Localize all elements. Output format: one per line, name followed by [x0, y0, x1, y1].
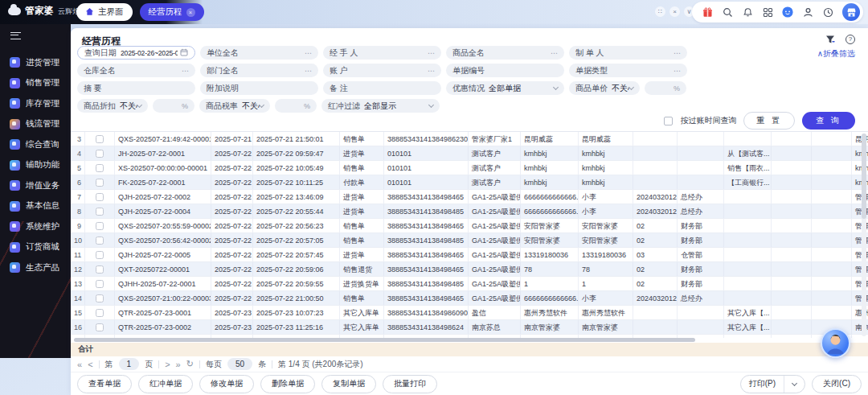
- filter-value-input[interactable]: %: [645, 81, 686, 95]
- row-checkbox[interactable]: [96, 237, 104, 245]
- sidebar-item-系统维护[interactable]: 系统维护: [0, 216, 71, 237]
- sidebar-item-label: 销售管理: [26, 77, 59, 88]
- reset-button[interactable]: 重 置: [743, 112, 795, 130]
- filter-商品折扣[interactable]: 商品折扣不关心: [77, 99, 148, 113]
- posting-time-checkbox[interactable]: [664, 117, 673, 125]
- cell-datetime: 2025-07-22 21:00:50: [253, 291, 340, 305]
- filter-账户[interactable]: 账 户⋯: [323, 64, 441, 77]
- pager-divider: [199, 360, 200, 368]
- tab-经营历程[interactable]: 经营历程×: [140, 3, 204, 21]
- row-checkbox[interactable]: [96, 179, 104, 187]
- cell-summary: [724, 277, 772, 290]
- sidebar-item-辅助功能[interactable]: 辅助功能: [0, 155, 71, 176]
- tab-主界面[interactable]: 主界面: [76, 3, 133, 21]
- filter-label: 商品单价: [575, 83, 608, 94]
- sidebar-item-库存管理[interactable]: 库存管理: [0, 93, 71, 114]
- cell-maker: kmhbkj: [579, 161, 633, 175]
- window-close-icon[interactable]: ×: [669, 6, 680, 17]
- action-修改单据[interactable]: 修改单据: [199, 375, 254, 393]
- filter-摘要[interactable]: 摘 要: [77, 81, 195, 95]
- row-checkbox[interactable]: [96, 150, 104, 158]
- refresh-icon[interactable]: ↻: [186, 359, 194, 369]
- avatar-icon[interactable]: [842, 3, 860, 21]
- filter-单据编号[interactable]: 单据编号: [446, 64, 564, 77]
- collapse-filter-link[interactable]: ∧折叠筛选: [817, 48, 855, 60]
- vertical-scrollbar-thumb[interactable]: [862, 134, 866, 219]
- filter-红冲过滤[interactable]: 红冲过滤全部显示: [321, 99, 440, 113]
- row-checkbox[interactable]: [96, 164, 104, 172]
- per-page-input[interactable]: 50: [227, 358, 252, 370]
- close-button[interactable]: 关闭(C): [812, 375, 862, 393]
- action-红冲单据[interactable]: 红冲单据: [138, 375, 193, 393]
- page-number-input[interactable]: 1: [119, 358, 140, 370]
- row-checkbox[interactable]: [96, 135, 104, 143]
- filter-商品单价[interactable]: 商品单价不关心: [569, 81, 640, 95]
- action-批量打印[interactable]: 批量打印: [383, 375, 437, 393]
- row-checkbox[interactable]: [96, 323, 104, 331]
- print-options-caret[interactable]: [784, 376, 805, 393]
- filter-查询日期[interactable]: 查询日期2025-02-26~2025-08-2: [77, 46, 195, 60]
- filter-value-input[interactable]: %: [275, 99, 317, 113]
- user-icon[interactable]: [802, 6, 813, 18]
- cell-maker: kmhbkj: [579, 146, 633, 160]
- row-checkbox[interactable]: [96, 309, 104, 317]
- help-icon[interactable]: ?: [845, 35, 855, 44]
- next-page-button[interactable]: >: [165, 360, 170, 369]
- filter-单据类型[interactable]: 单据类型⋯: [569, 64, 687, 77]
- sidebar-item-订货商城[interactable]: 订货商城: [0, 237, 71, 258]
- filter-制单人[interactable]: 制 单 人⋯: [569, 46, 687, 60]
- filter-funnel-icon[interactable]: [825, 34, 836, 45]
- action-删除单据[interactable]: 删除单据: [260, 375, 315, 393]
- filter-单位全名[interactable]: 单位全名⋯: [200, 46, 318, 60]
- filter-备注[interactable]: 备 注: [323, 81, 441, 95]
- sidebar-item-钱流管理[interactable]: 钱流管理: [0, 114, 71, 135]
- filter-value: 全部显示: [364, 101, 396, 112]
- row-checkbox[interactable]: [96, 265, 104, 274]
- filter-value-input[interactable]: %: [153, 99, 194, 113]
- filter-附加说明[interactable]: 附加说明: [200, 81, 318, 95]
- row-checkbox[interactable]: [96, 208, 104, 216]
- sidebar-item-生态产品[interactable]: 生态产品: [0, 257, 71, 278]
- action-查看单据[interactable]: 查看单据: [77, 375, 132, 393]
- sidebar-item-基本信息[interactable]: 基本信息: [0, 196, 71, 217]
- sidebar-item-综合查询[interactable]: 综合查询: [0, 134, 71, 155]
- sidebar-item-增值业务[interactable]: 增值业务: [0, 175, 71, 196]
- apps-icon[interactable]: [762, 6, 773, 18]
- last-page-button[interactable]: »: [176, 360, 181, 369]
- chevron-down-icon: [628, 84, 634, 89]
- print-button[interactable]: 打印(P): [741, 378, 784, 389]
- row-checkbox[interactable]: [96, 294, 104, 302]
- filter-部门全名[interactable]: 部门全名⋯: [200, 64, 318, 77]
- action-复制单据[interactable]: 复制单据: [321, 375, 376, 393]
- clock-icon[interactable]: [822, 6, 833, 18]
- bell-icon[interactable]: [742, 6, 753, 18]
- customer-service-icon[interactable]: [782, 6, 793, 18]
- gift-icon[interactable]: [702, 6, 713, 18]
- sidebar-item-进货管理[interactable]: 进货管理: [0, 52, 71, 73]
- prev-page-button[interactable]: <: [88, 360, 92, 369]
- filter-优惠情况[interactable]: 优惠情况全部单据: [446, 81, 564, 95]
- menu-toggle-icon[interactable]: [10, 32, 21, 39]
- filter-商品全名[interactable]: 商品全名⋯: [446, 46, 564, 60]
- row-checkbox[interactable]: [96, 222, 104, 230]
- row-checkbox[interactable]: [96, 280, 104, 288]
- first-page-button[interactable]: «: [77, 360, 82, 369]
- filter-商品税率[interactable]: 商品税率不关心: [199, 99, 270, 113]
- window-restore-icon[interactable]: ∷: [655, 6, 665, 17]
- cell-handler: 13319180036: [521, 248, 579, 261]
- row-checkbox[interactable]: [96, 251, 104, 259]
- horizontal-scrollbar-thumb[interactable]: [74, 338, 695, 342]
- floating-assistant-avatar[interactable]: [821, 328, 850, 358]
- sidebar-item-销售管理[interactable]: 销售管理: [0, 73, 71, 94]
- total-bar: 合计: [71, 343, 868, 356]
- tab-close-icon[interactable]: ×: [186, 8, 195, 17]
- filter-经手人[interactable]: 经 手 人⋯: [323, 46, 441, 60]
- filter-row: 摘 要附加说明备 注优惠情况全部单据商品单价不关心%: [77, 81, 687, 95]
- chevron-down-icon: [259, 101, 264, 107]
- filter-value: 不关心: [242, 101, 260, 112]
- row-number: 11: [71, 248, 85, 261]
- search-icon[interactable]: [722, 6, 733, 18]
- row-checkbox[interactable]: [96, 193, 104, 201]
- search-button[interactable]: 查 询: [802, 112, 855, 130]
- filter-仓库全名[interactable]: 仓库全名⋯: [77, 64, 195, 77]
